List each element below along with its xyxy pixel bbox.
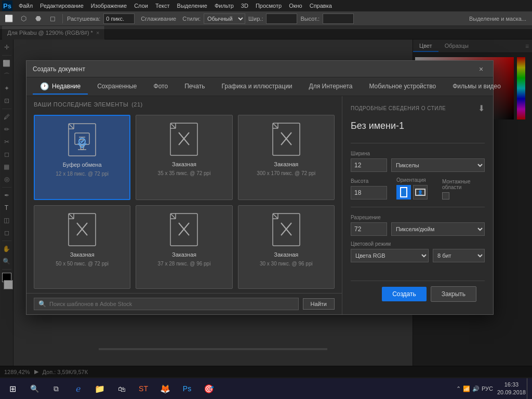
thumb-icon-2 <box>268 122 304 158</box>
svg-line-18 <box>273 123 278 128</box>
recent-header-text: ВАШИ ПОСЛЕДНИЕ ЭЛЕМЕНТЫ <box>34 101 128 108</box>
start-button[interactable]: ⊞ <box>2 378 23 399</box>
detail-header-text: ПОДРОБНЫЕ СВЕДЕНИЯ О СТИЛЕ <box>351 105 446 111</box>
resolution-unit-select[interactable]: Пиксели/дюйм Пиксели/см <box>391 222 485 236</box>
dialog-tab-print[interactable]: Печать <box>177 79 212 94</box>
dialog-tab-film[interactable]: Фильмы и видео <box>445 79 508 94</box>
dialog-tab-recent[interactable]: 🕐 Недавние <box>33 79 88 95</box>
saved-tab-label: Сохраненные <box>97 83 137 90</box>
color-mode-field-group: Цветовой режим Цвета RGB CMYK Градации с… <box>351 241 485 262</box>
photoshop-btn[interactable]: Ps <box>177 378 197 399</box>
color-mode-select[interactable]: Цвета RGB CMYK Градации серого <box>351 249 429 262</box>
menu-window[interactable]: Окно <box>286 2 305 10</box>
dialog-tab-graphics[interactable]: Графика и иллюстрации <box>214 79 299 94</box>
dialog-close-btn[interactable]: × <box>475 63 487 75</box>
search-taskbar-btn[interactable]: 🔍 <box>24 378 45 399</box>
feather-input[interactable] <box>103 14 135 24</box>
divider-1 <box>351 143 485 143</box>
thumbnail-4[interactable]: Заказная 37 x 28 пикс. @ 96 ppi <box>136 205 232 289</box>
dialog-tab-web[interactable]: Для Интернета <box>302 79 360 94</box>
thumbnail-1[interactable]: Заказная 35 x 35 пикс. @ 72 ppi <box>136 115 232 200</box>
thumbnail-5[interactable]: Заказная 30 x 30 пикс. @ 96 ppi <box>238 205 335 289</box>
search-input[interactable] <box>49 301 294 307</box>
dialog-tab-mobile[interactable]: Мобильное устройство <box>362 79 443 94</box>
width-unit-select[interactable]: Пикселы Дюймы Сантиметры <box>391 158 485 172</box>
artboards-checkbox[interactable] <box>442 192 449 200</box>
feather-label: Растушевка: <box>67 16 100 22</box>
thumbnail-2[interactable]: Заказная 300 x 170 пикс. @ 72 ppi <box>238 115 335 200</box>
thumb-size-2: 300 x 170 пикс. @ 72 ppi <box>257 170 315 176</box>
show-desktop-btn[interactable] <box>527 378 530 399</box>
firefox-btn[interactable]: 🦊 <box>155 378 176 399</box>
download-icon[interactable]: ⬇ <box>478 103 485 113</box>
thumb-icon-3 <box>64 212 100 248</box>
width-field-group: Ширина Пикселы Дюймы Сантиметры <box>351 151 485 172</box>
landscape-orientation-btn[interactable]: 👤 <box>413 185 428 200</box>
menu-text[interactable]: Текст <box>152 2 173 10</box>
web-tab-label: Для Интернета <box>309 83 353 90</box>
antialiasing-btn[interactable]: Сглаживание <box>138 13 179 24</box>
menu-layers[interactable]: Слои <box>131 2 151 10</box>
selection-magic-btn[interactable]: ◻ <box>47 13 58 24</box>
graphics-tab-label: Графика и иллюстрации <box>221 83 292 90</box>
width-field-input[interactable] <box>351 158 387 172</box>
resolution-field-group: Разрешение Пиксели/дюйм Пиксели/см <box>351 215 485 236</box>
bit-depth-select[interactable]: 8 бит 16 бит 32 бит <box>433 249 485 262</box>
artboards-field-group: Монтажные области <box>442 179 485 200</box>
resolution-input[interactable] <box>351 222 387 236</box>
thumbnail-3[interactable]: Заказная 50 x 50 пикс. @ 72 ppi <box>34 205 130 289</box>
selection-lasso-btn[interactable]: ⬣ <box>32 13 44 24</box>
menu-filter[interactable]: Фильтр <box>211 2 237 10</box>
options-toolbar: ⬜ ⬡ ⬣ ◻ Растушевка: Сглаживание Стили: О… <box>0 11 532 26</box>
taskview-btn[interactable]: ⧉ <box>46 378 66 399</box>
thumbnail-0[interactable]: Буфер обмена 12 x 18 пикс. @ 72 ppi <box>34 115 130 200</box>
menu-help[interactable]: Справка <box>307 2 335 10</box>
menu-edit[interactable]: Редактирование <box>37 2 87 10</box>
landscape-person-icon: 👤 <box>418 190 423 195</box>
orientation-field-group: Ориентация 👤 👤 <box>396 177 439 200</box>
selection-rect-btn[interactable]: ⬜ <box>3 13 15 24</box>
thumb-name-1: Заказная <box>172 161 196 167</box>
menu-select[interactable]: Выделение <box>174 2 210 10</box>
system-clock[interactable]: 16:33 20.09.2018 <box>497 381 526 397</box>
color-mode-field-row: Цвета RGB CMYK Градации серого 8 бит 16 … <box>351 249 485 262</box>
thumb-name-3: Заказная <box>70 251 95 258</box>
dialog-left-panel: ВАШИ ПОСЛЕДНИЕ ЭЛЕМЕНТЫ (21) <box>26 96 342 314</box>
color-mode-label: Цветовой режим <box>351 241 485 247</box>
search-submit-btn[interactable]: Найти <box>303 298 335 310</box>
thumb-icon-4 <box>166 212 202 248</box>
dialog-titlebar: Создать документ × <box>26 61 493 77</box>
explorer-btn[interactable]: 📁 <box>89 378 110 399</box>
store-btn[interactable]: 🛍 <box>111 378 132 399</box>
menu-3d[interactable]: 3D <box>238 2 251 10</box>
sublimetext-btn[interactable]: ST <box>133 378 154 399</box>
dialog-tab-photo[interactable]: Фото <box>147 79 176 94</box>
thumb-icon-0 <box>64 122 100 158</box>
selection-ellipse-btn[interactable]: ⬡ <box>18 13 29 24</box>
menu-view[interactable]: Просмотр <box>252 2 285 10</box>
dialog-tab-saved[interactable]: Сохраненные <box>90 79 144 94</box>
width-input[interactable] <box>266 14 297 24</box>
close-button[interactable]: Закрыть <box>431 286 476 302</box>
mobile-tab-label: Мобильное устройство <box>369 83 436 90</box>
menu-image[interactable]: Изображение <box>88 2 130 10</box>
search-input-wrap[interactable]: 🔍 <box>34 298 299 310</box>
system-tray: ⌃ 📶 🔊 РУС <box>453 385 496 392</box>
height-field-input[interactable] <box>351 186 387 200</box>
width-field-row: Пикселы Дюймы Сантиметры <box>351 158 485 172</box>
thumb-icon-5 <box>268 212 304 248</box>
network-icon: 📶 <box>463 385 470 392</box>
thumb-size-4: 37 x 28 пикс. @ 96 ppi <box>158 261 211 267</box>
edge-btn[interactable]: ℯ <box>68 378 88 399</box>
artboards-label: Монтажные области <box>442 179 485 190</box>
resolution-label: Разрешение <box>351 215 485 220</box>
style-label: Стили: <box>182 16 201 22</box>
height-input[interactable] <box>323 14 354 24</box>
style-select[interactable]: Обычный <box>204 14 245 24</box>
unknown-btn[interactable]: 🎯 <box>198 378 219 399</box>
create-button[interactable]: Создать <box>382 287 427 301</box>
selection-mask-btn[interactable]: Выделение и маска... <box>467 13 529 24</box>
width-field-label: Ширина <box>351 151 485 156</box>
menu-file[interactable]: Файл <box>16 2 36 10</box>
portrait-orientation-btn[interactable]: 👤 <box>396 185 411 200</box>
